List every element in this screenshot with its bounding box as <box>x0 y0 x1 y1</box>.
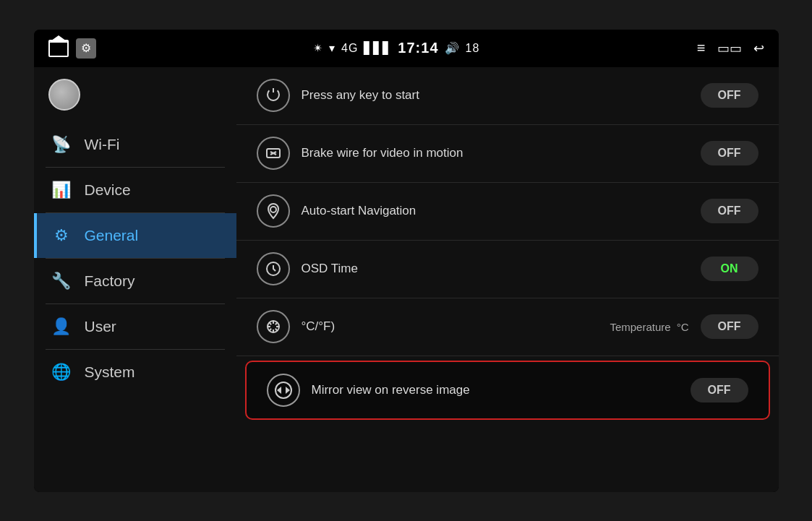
sidebar-avatar-area <box>34 67 236 122</box>
temperature-label-group: °C/°F) Temperature °C <box>302 319 689 334</box>
user-nav-icon: 👤 <box>51 317 72 336</box>
settings-panel: Press any key to start OFF Brake wire fo… <box>236 67 779 492</box>
home-icon[interactable] <box>48 40 69 57</box>
svg-marker-16 <box>286 387 290 394</box>
settings-icon[interactable]: ⚙ <box>76 38 96 59</box>
status-right: ≡ ▭▭ ↩ <box>697 40 764 56</box>
device-frame: ⚙ ✴ ▾ 4G ▋▋▋ 17:14 🔊 18 ≡ ▭▭ ↩ 📡 Wi-Fi <box>34 30 779 492</box>
sidebar-label-system: System <box>85 363 135 381</box>
press-any-key-toggle[interactable]: OFF <box>701 83 758 108</box>
sidebar-label-factory: Factory <box>85 272 135 290</box>
clock-icon <box>257 252 290 285</box>
setting-row-auto-nav: Auto-start Navigation OFF <box>236 183 779 241</box>
sidebar-item-system[interactable]: 🌐 System <box>34 350 236 395</box>
factory-nav-icon: 🔧 <box>51 272 72 290</box>
status-left: ⚙ <box>48 38 96 59</box>
sidebar-label-device: Device <box>85 181 131 199</box>
sidebar-label-user: User <box>85 318 116 335</box>
osd-time-toggle[interactable]: ON <box>701 257 758 281</box>
auto-nav-toggle[interactable]: OFF <box>701 199 758 223</box>
svg-point-3 <box>270 207 276 212</box>
navigation-icon <box>257 194 290 228</box>
system-nav-icon: 🌐 <box>51 363 72 382</box>
svg-marker-15 <box>277 387 281 394</box>
sidebar-label-wifi: Wi-Fi <box>85 136 120 153</box>
svg-line-13 <box>269 329 271 331</box>
wifi-nav-icon: 📡 <box>51 135 72 154</box>
sidebar-item-wifi[interactable]: 📡 Wi-Fi <box>34 122 236 167</box>
temperature-icon <box>257 310 290 343</box>
setting-row-press-any-key: Press any key to start OFF <box>236 67 779 125</box>
brake-icon <box>257 137 290 170</box>
mirror-icon <box>267 374 300 407</box>
volume-icon: 🔊 <box>445 41 460 55</box>
brake-wire-toggle[interactable]: OFF <box>701 141 758 165</box>
mirror-view-toggle[interactable]: OFF <box>691 378 748 402</box>
temperature-toggle[interactable]: OFF <box>701 314 758 339</box>
auto-nav-label: Auto-start Navigation <box>302 204 689 218</box>
setting-row-mirror-view: Mirror view on reverse image OFF <box>245 361 770 420</box>
temperature-label: °C/°F) <box>302 319 604 334</box>
svg-line-12 <box>275 322 277 324</box>
svg-line-10 <box>269 322 271 324</box>
sidebar-label-general: General <box>85 227 139 244</box>
general-nav-icon: ⚙ <box>51 226 72 245</box>
mirror-view-label: Mirror view on reverse image <box>312 383 679 397</box>
sidebar-item-device[interactable]: 📊 Device <box>34 168 236 212</box>
svg-line-11 <box>275 329 277 331</box>
sidebar: 📡 Wi-Fi 📊 Device ⚙ General 🔧 Factory <box>34 67 236 492</box>
volume-level: 18 <box>466 42 480 55</box>
setting-row-temperature: °C/°F) Temperature °C OFF <box>236 298 779 356</box>
device-nav-icon: 📊 <box>51 181 72 199</box>
back-icon[interactable]: ↩ <box>753 40 764 56</box>
status-center: ✴ ▾ 4G ▋▋▋ 17:14 🔊 18 <box>313 40 479 56</box>
wifi-icon: ▾ <box>329 41 336 55</box>
sidebar-item-user[interactable]: 👤 User <box>34 304 236 349</box>
power-icon <box>257 79 290 112</box>
bluetooth-icon: ✴ <box>313 41 323 55</box>
network-label: 4G <box>341 42 358 55</box>
active-indicator <box>34 213 37 258</box>
time-display: 17:14 <box>398 40 438 56</box>
temperature-label-extra: Temperature <box>610 321 670 333</box>
window-icon[interactable]: ▭▭ <box>717 40 742 56</box>
osd-time-label: OSD Time <box>302 262 689 276</box>
sidebar-item-factory[interactable]: 🔧 Factory <box>34 259 236 303</box>
avatar <box>48 79 80 111</box>
sidebar-item-general[interactable]: ⚙ General <box>34 213 236 258</box>
temperature-suffix: °C <box>677 321 689 333</box>
brake-wire-label: Brake wire for video in motion <box>302 146 689 160</box>
status-bar: ⚙ ✴ ▾ 4G ▋▋▋ 17:14 🔊 18 ≡ ▭▭ ↩ <box>34 30 779 67</box>
setting-row-osd-time: OSD Time ON <box>236 241 779 298</box>
main-content: 📡 Wi-Fi 📊 Device ⚙ General 🔧 Factory <box>34 67 779 492</box>
signal-icon: ▋▋▋ <box>364 41 392 55</box>
press-any-key-label: Press any key to start <box>302 88 689 103</box>
menu-icon[interactable]: ≡ <box>697 40 706 56</box>
setting-row-brake-wire: Brake wire for video in motion OFF <box>236 125 779 183</box>
